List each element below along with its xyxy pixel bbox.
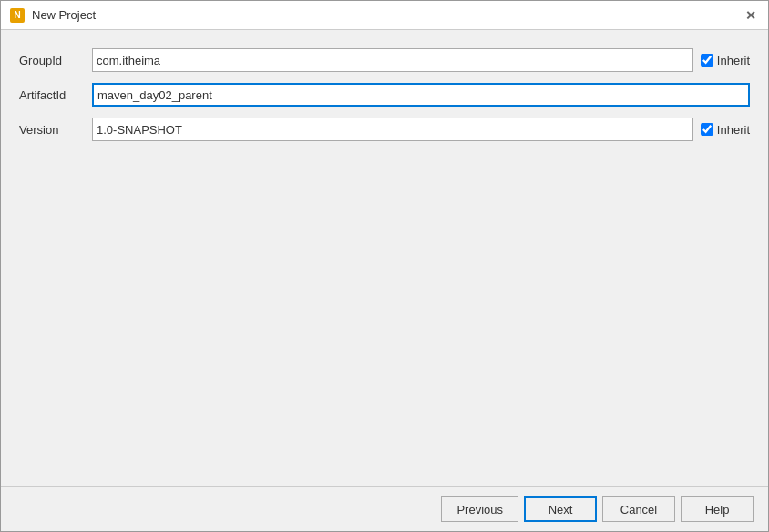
groupid-row: GroupId Inherit (19, 48, 750, 72)
groupid-inherit-label: Inherit (717, 54, 750, 67)
version-row: Version Inherit (19, 118, 750, 141)
groupid-input[interactable] (92, 48, 693, 72)
artifactid-input[interactable] (92, 83, 750, 107)
content-spacer (19, 152, 750, 468)
new-project-dialog: N New Project ✕ GroupId Inherit Artifact… (0, 0, 769, 532)
title-bar: N New Project ✕ (1, 1, 768, 30)
version-inherit-label: Inherit (717, 123, 750, 137)
version-inherit-wrapper: Inherit (701, 123, 750, 137)
dialog-content: GroupId Inherit ArtifactId Version Inher… (1, 30, 768, 486)
groupid-label: GroupId (19, 54, 92, 67)
artifactid-label: ArtifactId (19, 88, 92, 102)
groupid-inherit-wrapper: Inherit (701, 54, 750, 67)
version-inherit-checkbox[interactable] (701, 123, 713, 136)
help-button[interactable]: Help (681, 496, 754, 522)
button-bar: Previous Next Cancel Help (1, 486, 768, 531)
groupid-inherit-checkbox[interactable] (701, 54, 713, 66)
next-button[interactable]: Next (524, 496, 597, 522)
dialog-title: New Project (32, 8, 96, 22)
artifactid-row: ArtifactId (19, 83, 750, 107)
title-bar-left: N New Project (10, 8, 96, 23)
dialog-icon: N (10, 8, 25, 23)
version-input[interactable] (92, 118, 693, 141)
close-button[interactable]: ✕ (743, 7, 759, 24)
cancel-button[interactable]: Cancel (602, 496, 675, 522)
previous-button[interactable]: Previous (441, 496, 518, 522)
version-label: Version (19, 123, 92, 137)
